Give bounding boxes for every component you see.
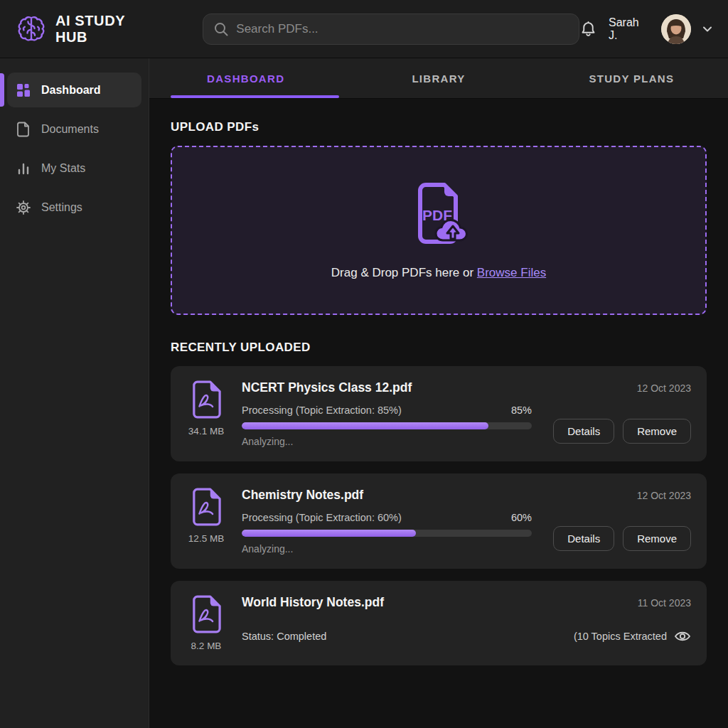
sidebar-item-settings[interactable]: Settings: [7, 190, 141, 225]
search-input[interactable]: [236, 22, 569, 36]
tab-label: LIBRARY: [412, 73, 465, 85]
completed-status: Status: Completed: [242, 631, 326, 642]
sidebar-item-my-stats[interactable]: My Stats: [7, 151, 141, 186]
search-bar: [203, 14, 579, 45]
drop-instruction: Drag & Drop PDFs here or: [331, 266, 473, 279]
upload-heading: UPLOAD PDFs: [171, 120, 707, 134]
topbar: AI STUDY HUB Sarah J.: [0, 0, 728, 58]
grid-icon: [16, 82, 31, 98]
file-date: 12 Oct 2023: [637, 490, 691, 501]
pdf-file-icon: [191, 380, 221, 419]
processing-status: Processing (Topic Extraction: 85%): [242, 405, 402, 416]
recently-uploaded-heading: RECENTLY UPLOADED: [171, 341, 707, 355]
dropzone-text: Drag & Drop PDFs here or Browse Files: [331, 266, 546, 280]
file-name: World History Notes.pdf: [242, 595, 384, 610]
progress-fill: [242, 422, 488, 429]
app-shell: Dashboard Documents My Stats: [0, 58, 728, 728]
substatus: Analyzing...: [242, 543, 532, 555]
user-name: Sarah J.: [609, 16, 650, 42]
progress-percent: 60%: [511, 512, 532, 523]
tab-library[interactable]: LIBRARY: [342, 58, 535, 98]
tab-dashboard[interactable]: DASHBOARD: [149, 58, 342, 98]
sidebar: Dashboard Documents My Stats: [0, 58, 149, 728]
progress-bar: [242, 530, 532, 537]
file-name: Chemistry Notes.pdf: [242, 488, 363, 503]
document-icon: [16, 122, 31, 137]
pdf-file-icon: [191, 488, 221, 526]
details-button[interactable]: Details: [553, 526, 614, 551]
processing-status: Processing (Topic Extraction: 60%): [242, 512, 402, 523]
file-size: 8.2 MB: [191, 641, 222, 651]
file-card: 34.1 MB NCERT Physics Class 12.pdf 12 Oc…: [171, 366, 707, 461]
avatar[interactable]: [661, 14, 691, 44]
eye-icon[interactable]: [674, 630, 691, 643]
main-area: DASHBOARD LIBRARY STUDY PLANS UPLOAD PDF…: [149, 58, 728, 728]
file-size: 34.1 MB: [188, 426, 224, 437]
progress-percent: 85%: [511, 405, 532, 416]
progress-group: Processing (Topic Extraction: 60%) 60% A…: [242, 512, 532, 555]
bar-chart-icon: [16, 161, 31, 176]
remove-button[interactable]: Remove: [623, 526, 691, 551]
sidebar-item-dashboard[interactable]: Dashboard: [7, 73, 141, 107]
bell-icon[interactable]: [579, 20, 597, 38]
topbar-right: Sarah J.: [579, 14, 712, 44]
gear-icon: [16, 200, 31, 215]
tab-label: STUDY PLANS: [589, 73, 674, 85]
progress-bar: [242, 422, 532, 429]
sidebar-item-label: My Stats: [41, 162, 85, 175]
pdf-upload-icon: PDF: [396, 181, 481, 255]
sidebar-item-label: Dashboard: [41, 84, 101, 97]
sidebar-item-documents[interactable]: Documents: [7, 112, 141, 146]
search-icon: [213, 21, 229, 37]
pdf-file-icon: [191, 595, 221, 633]
file-card: 12.5 MB Chemistry Notes.pdf 12 Oct 2023 …: [171, 473, 707, 569]
browse-files-link[interactable]: Browse Files: [477, 266, 546, 279]
file-date: 12 Oct 2023: [637, 382, 691, 394]
tab-study-plans[interactable]: STUDY PLANS: [535, 58, 728, 98]
dashboard-content: UPLOAD PDFs PDF Drag & Drop PDFs here or…: [149, 99, 728, 728]
tab-bar: DASHBOARD LIBRARY STUDY PLANS: [149, 58, 728, 99]
tab-label: DASHBOARD: [207, 73, 284, 85]
file-date: 11 Oct 2023: [638, 597, 691, 609]
progress-group: Processing (Topic Extraction: 85%) 85% A…: [242, 405, 532, 447]
progress-fill: [242, 530, 416, 537]
sidebar-item-label: Documents: [41, 123, 99, 136]
brain-logo-icon: [16, 14, 47, 45]
chevron-down-icon[interactable]: [702, 26, 712, 33]
file-card: 8.2 MB World History Notes.pdf 11 Oct 20…: [171, 581, 707, 665]
details-button[interactable]: Details: [553, 419, 614, 444]
pdf-dropzone[interactable]: PDF Drag & Drop PDFs here or Browse File…: [171, 146, 707, 315]
remove-button[interactable]: Remove: [623, 419, 691, 444]
app-title: AI STUDY HUB: [55, 13, 160, 46]
substatus: Analyzing...: [242, 436, 532, 447]
topics-extracted-label: (10 Topics Extracted: [574, 631, 667, 642]
sidebar-item-label: Settings: [41, 201, 82, 214]
file-name: NCERT Physics Class 12.pdf: [242, 380, 412, 395]
file-size: 12.5 MB: [188, 533, 224, 544]
brand: AI STUDY HUB: [16, 13, 160, 46]
